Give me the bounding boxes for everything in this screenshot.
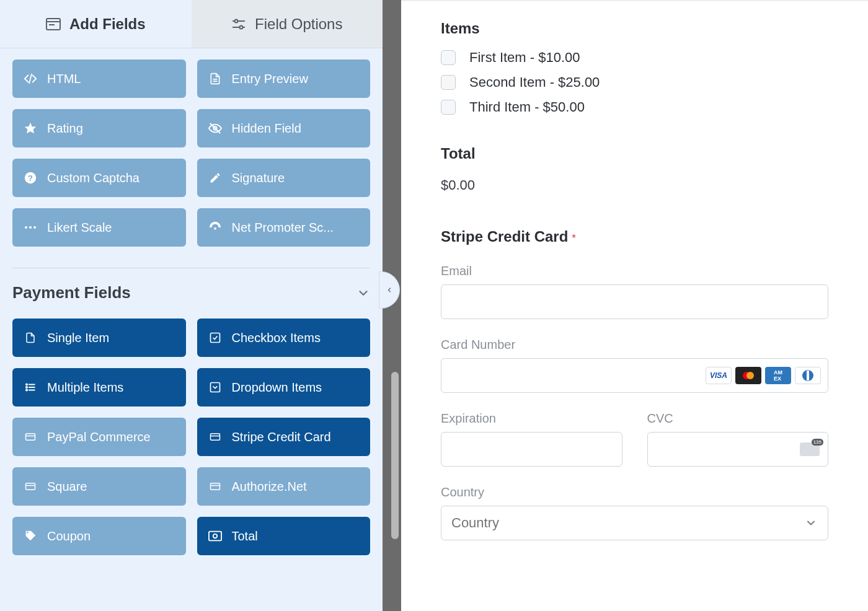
card-number-label: Card Number: [441, 338, 828, 352]
tab-field-options-label: Field Options: [255, 15, 342, 33]
pencil-icon: [208, 171, 222, 185]
field-button-label: Total: [232, 529, 258, 543]
svg-rect-33: [210, 483, 219, 490]
svg-line-7: [29, 74, 32, 84]
svg-rect-35: [208, 532, 221, 541]
cvc-label: CVC: [647, 411, 829, 426]
divider: [12, 268, 370, 268]
fancy-fields-grid: HTMLEntry PreviewRatingHidden Field?Cust…: [12, 59, 370, 247]
collapse-sidebar-button[interactable]: [379, 271, 400, 309]
svg-rect-27: [26, 434, 35, 441]
field-button-label: Square: [47, 480, 87, 494]
tag-icon: [24, 529, 37, 543]
amex-icon: AMEX: [765, 367, 791, 384]
dots-icon: [24, 221, 37, 234]
field-button[interactable]: Stripe Credit Card: [197, 418, 371, 456]
field-button[interactable]: ?Custom Captcha: [12, 159, 186, 197]
field-button[interactable]: Hidden Field: [197, 109, 371, 147]
form-icon: [46, 17, 61, 32]
sliders-icon: [231, 17, 246, 32]
item-label: Third Item - $50.00: [469, 99, 585, 115]
card-icon: [208, 480, 222, 493]
svg-text:?: ?: [28, 174, 33, 183]
country-select[interactable]: [441, 506, 828, 540]
total-amount: $0.00: [441, 177, 828, 193]
svg-marker-10: [25, 123, 36, 133]
card-icon: [24, 430, 37, 444]
country-select-wrap: [441, 506, 828, 540]
card-icon: [208, 430, 222, 444]
stripe-heading: Stripe Credit Card*: [441, 228, 828, 245]
tab-add-fields[interactable]: Add Fields: [0, 0, 192, 48]
total-heading: Total: [441, 145, 828, 162]
svg-point-6: [240, 25, 243, 29]
tab-add-fields-label: Add Fields: [69, 15, 146, 33]
total-block: Total $0.00: [441, 145, 828, 193]
field-button[interactable]: Authorize.Net: [197, 467, 371, 506]
field-button[interactable]: Entry Preview: [197, 59, 371, 98]
field-button[interactable]: Square: [12, 467, 186, 506]
field-button-label: Likert Scale: [47, 221, 112, 235]
exp-cvc-row: Expiration CVC: [441, 393, 828, 467]
item-checkbox[interactable]: [441, 100, 456, 115]
field-button-label: Authorize.Net: [232, 480, 307, 494]
expiration-label: Expiration: [441, 411, 622, 426]
card-icon: [24, 480, 37, 493]
field-button[interactable]: Net Promoter Sc...: [197, 208, 371, 247]
field-button-label: Signature: [232, 171, 285, 185]
diners-icon: [795, 367, 821, 384]
stripe-title: Stripe Credit Card: [441, 228, 568, 245]
field-button-label: Net Promoter Sc...: [232, 221, 334, 235]
document-icon: [208, 72, 222, 86]
email-field[interactable]: [441, 284, 828, 319]
field-button[interactable]: Dropdown Items: [197, 368, 371, 407]
field-button-label: Entry Preview: [232, 72, 308, 86]
cvc-card-icon: [800, 442, 820, 456]
stripe-block: Stripe Credit Card* Email Card Number VI…: [441, 228, 828, 540]
mastercard-icon: [735, 367, 761, 384]
tab-field-options[interactable]: Field Options: [192, 0, 383, 48]
country-label: Country: [441, 485, 828, 499]
email-label: Email: [441, 264, 828, 278]
card-brand-icons: VISA AMEX: [706, 367, 821, 384]
field-button-label: HTML: [47, 72, 81, 86]
star-icon: [24, 121, 37, 135]
builder-sidebar: Add Fields Field Options HTMLEntry Previ…: [0, 0, 383, 611]
payment-fields-header[interactable]: Payment Fields: [12, 283, 370, 302]
expiration-field[interactable]: [441, 432, 622, 467]
svg-rect-29: [210, 434, 219, 441]
field-button[interactable]: HTML: [12, 59, 186, 98]
svg-rect-40: [807, 371, 809, 380]
svg-rect-31: [26, 483, 35, 490]
svg-point-25: [26, 389, 27, 390]
field-button[interactable]: Rating: [12, 109, 186, 147]
field-button[interactable]: Coupon: [12, 517, 186, 555]
file-icon: [24, 331, 37, 345]
field-button[interactable]: Single Item: [12, 319, 186, 357]
item-row: First Item - $10.00: [441, 50, 828, 66]
form-preview: Items First Item - $10.00Second Item - $…: [401, 0, 868, 611]
item-row: Third Item - $50.00: [441, 99, 828, 115]
svg-point-24: [26, 387, 27, 388]
svg-point-16: [29, 226, 32, 229]
field-button[interactable]: Signature: [197, 159, 371, 197]
field-button-label: Stripe Credit Card: [232, 430, 331, 444]
field-button[interactable]: Total: [197, 517, 371, 555]
check-square-icon: [208, 331, 222, 345]
svg-point-15: [25, 226, 27, 229]
code-icon: [24, 72, 37, 86]
field-button-label: Dropdown Items: [232, 380, 322, 395]
caret-square-icon: [208, 380, 222, 394]
svg-point-36: [213, 534, 216, 538]
svg-point-18: [214, 227, 216, 230]
item-checkbox[interactable]: [441, 75, 456, 90]
field-button[interactable]: Likert Scale: [12, 208, 186, 247]
field-button[interactable]: PayPal Commerce: [12, 418, 186, 456]
field-button-label: PayPal Commerce: [47, 430, 151, 444]
required-asterisk: *: [572, 233, 575, 244]
svg-rect-19: [210, 333, 219, 343]
field-button[interactable]: Multiple Items: [12, 368, 186, 407]
scrollbar-thumb[interactable]: [391, 372, 399, 539]
item-checkbox[interactable]: [441, 50, 456, 65]
field-button[interactable]: Checkbox Items: [197, 319, 371, 357]
